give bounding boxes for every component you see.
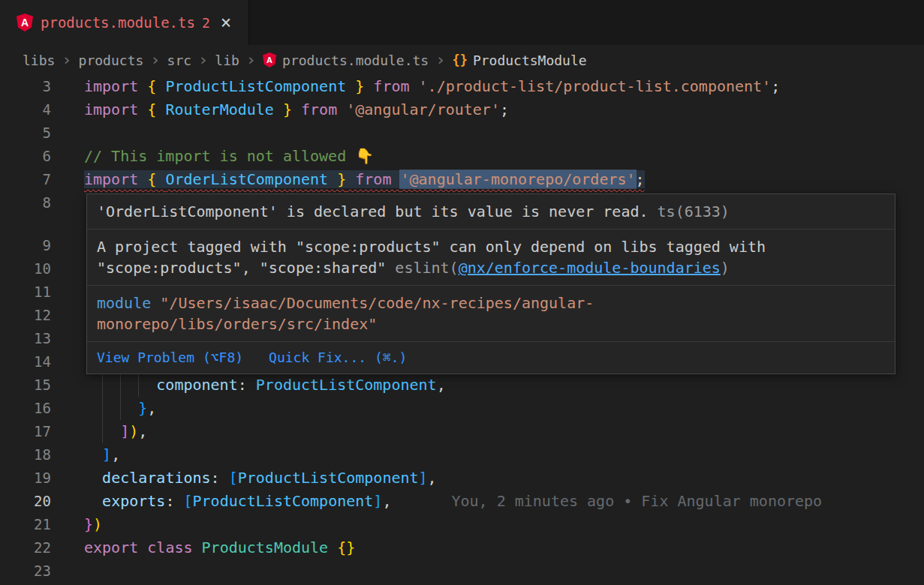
line-number[interactable]: 7 <box>0 168 51 191</box>
code-token: } <box>138 399 147 417</box>
code-line-15[interactable]: 15 component: ProductListComponent, <box>0 374 924 397</box>
code-token <box>84 446 102 464</box>
text-token: eslint( <box>395 259 458 277</box>
line-number[interactable]: 20 <box>0 490 51 513</box>
line-number[interactable]: 23 <box>0 560 51 583</box>
code-token: ProductListComponent <box>165 77 346 95</box>
line-number[interactable]: 19 <box>0 466 51 490</box>
code-line-21[interactable]: 21}) <box>0 513 924 536</box>
tab-products-module[interactable]: A products.module.ts 2 × <box>0 0 249 45</box>
code-text-span: ], <box>84 446 120 464</box>
line-number[interactable]: 17 <box>0 420 51 443</box>
tab-close-icon[interactable]: × <box>221 14 231 32</box>
line-content: export class ProductsModule {} <box>84 536 924 560</box>
eslint-rule-link[interactable]: @nx/enforce-module-boundaries <box>459 259 721 277</box>
indent-guide <box>102 420 103 443</box>
breadcrumb: libs › products › src › lib › A products… <box>0 45 924 75</box>
chevron-right-icon: › <box>435 52 445 68</box>
line-number[interactable]: 15 <box>0 374 51 397</box>
breadcrumb-src[interactable]: src <box>167 52 192 68</box>
text-token: ts(6133) <box>658 202 730 220</box>
code-text-span: import { ProductListComponent } from './… <box>84 77 780 95</box>
code-line-7[interactable]: 7import { OrderListComponent } from '@an… <box>0 168 924 191</box>
code-line-23[interactable]: 23 <box>0 560 924 583</box>
code-token: class <box>147 538 201 556</box>
module-info-line-2: monorepo/libs/orders/src/index" <box>97 314 885 334</box>
line-number[interactable]: 14 <box>0 350 51 374</box>
code-line-4[interactable]: 4import { RouterModule } from '@angular/… <box>0 98 924 122</box>
view-problem-action[interactable]: View Problem (⌥F8) <box>97 348 243 368</box>
line-number[interactable]: 22 <box>0 536 51 560</box>
eslint-error-message: A project tagged with "scope:products" c… <box>87 230 895 286</box>
line-number[interactable]: 18 <box>0 443 51 466</box>
line-content <box>84 122 924 145</box>
breadcrumb-file[interactable]: A products.module.ts <box>263 52 429 68</box>
line-content: declarations: [ProductListComponent], <box>84 466 924 490</box>
code-token: declarations <box>102 469 211 487</box>
code-token: OrderListComponent <box>165 170 328 188</box>
code-token: ProductsModule <box>202 538 329 556</box>
code-token: } <box>346 77 364 95</box>
code-line-6[interactable]: 6// This import is not allowed 👇 <box>0 145 924 168</box>
code-token: // This import is not allowed 👇 <box>84 147 374 165</box>
code-line-5[interactable]: 5 <box>0 122 924 145</box>
line-number[interactable]: 16 <box>0 397 51 420</box>
line-content: import { OrderListComponent } from '@ang… <box>84 168 924 191</box>
code-token <box>84 399 138 417</box>
line-content: exports: [ProductListComponent],You, 2 m… <box>84 490 924 513</box>
code-token: ; <box>500 100 509 118</box>
line-content: component: ProductListComponent, <box>84 374 924 397</box>
line-content: ], <box>84 443 924 466</box>
code-token: exports <box>102 492 165 510</box>
breadcrumb-symbol[interactable]: {} ProductsModule <box>452 52 586 68</box>
code-token: ; <box>771 77 780 95</box>
code-token: ProductListComponent <box>193 492 374 510</box>
code-line-18[interactable]: 18 ], <box>0 443 924 466</box>
code-token: { <box>147 170 165 188</box>
class-symbol-icon: {} <box>452 52 467 68</box>
line-number[interactable]: 3 <box>0 75 51 98</box>
line-number[interactable]: 13 <box>0 327 51 350</box>
line-number[interactable]: 4 <box>0 98 51 122</box>
line-content: // This import is not allowed 👇 <box>84 145 924 168</box>
code-line-17[interactable]: 17 ]), <box>0 420 924 443</box>
code-token: , <box>111 446 120 464</box>
code-text-span: exports: [ProductListComponent], <box>84 492 391 510</box>
text-token: "scope:products", "scope:shared" <box>97 259 395 277</box>
line-number[interactable]: 6 <box>0 145 51 168</box>
line-number[interactable]: 12 <box>0 304 51 327</box>
code-line-16[interactable]: 16 }, <box>0 397 924 420</box>
tab-bar: A products.module.ts 2 × <box>0 0 924 45</box>
code-line-3[interactable]: 3import { ProductListComponent } from '.… <box>0 75 924 98</box>
breadcrumb-lib[interactable]: lib <box>215 52 239 68</box>
breadcrumb-symbol-label: ProductsModule <box>473 52 587 68</box>
line-content: import { RouterModule } from '@angular/r… <box>84 98 924 122</box>
breadcrumb-libs[interactable]: libs <box>23 52 55 68</box>
code-token: { <box>147 77 165 95</box>
breadcrumb-products[interactable]: products <box>79 52 144 68</box>
indent-guide <box>138 374 139 397</box>
code-token: {} <box>337 538 355 556</box>
code-line-19[interactable]: 19 declarations: [ProductListComponent], <box>0 466 924 490</box>
line-number[interactable]: 8 <box>0 191 51 214</box>
ts-error-message: 'OrderListComponent' is declared but its… <box>87 194 895 230</box>
code-line-20[interactable]: 20 exports: [ProductListComponent],You, … <box>0 490 924 513</box>
quick-fix-action[interactable]: Quick Fix... (⌘.) <box>269 348 407 368</box>
chevron-right-icon: › <box>246 52 256 68</box>
code-line-22[interactable]: 22export class ProductsModule {} <box>0 536 924 560</box>
line-number[interactable]: 5 <box>0 122 51 145</box>
code-token: import <box>84 170 147 188</box>
line-number[interactable]: 9 <box>0 234 51 257</box>
text-token: 'OrderListComponent' is declared but its… <box>97 202 658 220</box>
ts-error-line: 'OrderListComponent' is declared but its… <box>97 201 885 222</box>
line-number[interactable]: 11 <box>0 280 51 304</box>
line-number[interactable]: 21 <box>0 513 51 536</box>
code-token: , <box>138 422 147 440</box>
code-token: , <box>428 469 437 487</box>
text-token: A project tagged with "scope:products" c… <box>97 238 766 256</box>
line-number[interactable]: 10 <box>0 257 51 280</box>
code-text-span: }) <box>84 515 102 533</box>
chevron-right-icon: › <box>198 52 208 68</box>
editor[interactable]: 3import { ProductListComponent } from '.… <box>0 75 924 585</box>
code-token: from <box>346 170 400 188</box>
